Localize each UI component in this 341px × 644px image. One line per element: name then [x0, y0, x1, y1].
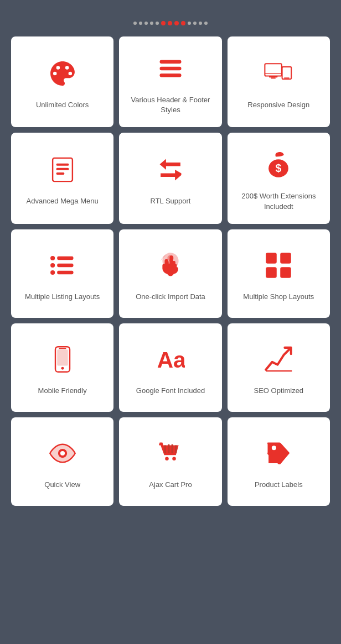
dots-indicator	[11, 21, 330, 25]
dot	[199, 22, 202, 25]
dot	[193, 22, 197, 25]
feature-card-advanced-mega-menu: Advanced Mega Menu	[11, 133, 113, 223]
feature-card-unlimited-colors: Unlimited Colors	[11, 36, 113, 127]
svg-text:$: $	[276, 162, 282, 174]
svg-rect-1	[159, 67, 181, 71]
feature-card-seo-optimized: SEO Optimized	[228, 323, 330, 412]
svg-rect-38	[168, 444, 169, 453]
svg-rect-16	[57, 256, 73, 260]
svg-rect-12	[56, 172, 64, 175]
feature-card-mobile-friendly: Mobile Friendly	[11, 323, 113, 412]
card-label-200-extensions: 200$ Worth Extensions Includedt	[234, 191, 323, 211]
card-label-product-labels: Product Labels	[255, 480, 303, 490]
palette-icon	[46, 57, 79, 90]
svg-point-15	[50, 256, 55, 260]
feature-card-200-extensions: $ 200$ Worth Extensions Includedt	[228, 133, 330, 223]
svg-rect-8	[284, 77, 290, 78]
dot	[188, 22, 191, 25]
dot	[161, 21, 166, 25]
svg-rect-22	[167, 261, 168, 267]
card-label-seo-optimized: SEO Optimized	[254, 386, 304, 396]
mobile-icon	[46, 343, 79, 376]
card-label-advanced-mega-menu: Advanced Mega Menu	[27, 196, 99, 206]
card-label-various-header-footer: Various Header & Footer Styles	[126, 95, 215, 115]
card-label-multiple-shop: Multiple Shop Layouts	[243, 292, 314, 302]
font-aa-icon: Aa	[154, 343, 187, 376]
dot	[156, 22, 159, 25]
feature-card-responsive-design: Responsive Design	[228, 36, 330, 127]
devices-icon	[262, 57, 295, 90]
page-header	[11, 21, 330, 25]
svg-rect-6	[271, 77, 276, 78]
svg-rect-27	[266, 267, 277, 278]
dot	[144, 22, 148, 25]
money-bag-icon: $	[262, 148, 295, 181]
menu-lines-icon	[154, 52, 187, 85]
features-grid: Unlimited Colors Various Header & Footer…	[11, 36, 330, 506]
svg-rect-0	[159, 60, 181, 64]
chart-up-icon	[262, 343, 295, 376]
price-tag-icon	[262, 437, 295, 470]
dot	[181, 21, 185, 25]
svg-point-19	[50, 270, 55, 275]
svg-rect-10	[56, 164, 69, 166]
svg-rect-23	[169, 259, 171, 267]
card-label-ajax-cart: Ajax Cart Pro	[149, 480, 192, 490]
dot	[139, 22, 142, 25]
feature-card-multiple-shop: Multiple Shop Layouts	[228, 229, 330, 318]
arrows-lr-icon	[154, 153, 187, 186]
card-label-multiple-listing: Multiple Listing Layouts	[25, 292, 100, 302]
svg-point-31	[61, 366, 64, 369]
cart-basket-icon	[154, 437, 187, 470]
svg-rect-26	[281, 253, 292, 264]
card-label-mobile-friendly: Mobile Friendly	[38, 386, 87, 396]
card-label-quick-view: Quick View	[44, 480, 80, 490]
svg-text:Aa: Aa	[157, 347, 185, 372]
svg-rect-37	[164, 445, 166, 453]
dot	[133, 22, 137, 25]
dot	[168, 21, 172, 25]
card-label-rtl-support: RTL Support	[150, 196, 190, 206]
svg-rect-25	[266, 253, 277, 264]
svg-rect-2	[159, 74, 181, 77]
dot	[150, 22, 153, 25]
svg-rect-40	[175, 445, 177, 453]
svg-rect-18	[57, 263, 73, 267]
hand-click-icon	[154, 249, 187, 282]
svg-rect-7	[282, 67, 292, 79]
feature-card-product-labels: Product Labels	[228, 417, 330, 506]
svg-point-42	[172, 457, 176, 460]
svg-rect-11	[56, 168, 69, 170]
svg-point-36	[60, 451, 65, 455]
svg-rect-20	[57, 270, 73, 274]
card-label-responsive-design: Responsive Design	[247, 100, 309, 110]
card-label-unlimited-colors: Unlimited Colors	[36, 100, 89, 110]
eye-icon	[46, 437, 79, 470]
svg-rect-28	[281, 267, 292, 278]
svg-rect-30	[57, 349, 68, 365]
feature-card-various-header-footer: Various Header & Footer Styles	[119, 36, 221, 127]
svg-point-41	[165, 457, 169, 460]
list-bullet-icon	[46, 249, 79, 282]
card-label-google-font: Google Font Included	[136, 386, 205, 396]
feature-card-quick-view: Quick View	[11, 417, 113, 506]
svg-point-17	[50, 263, 55, 268]
feature-card-multiple-listing: Multiple Listing Layouts	[11, 229, 113, 318]
svg-point-43	[272, 446, 276, 450]
dot	[174, 21, 179, 25]
feature-card-rtl-support: RTL Support	[119, 133, 221, 223]
svg-rect-39	[172, 444, 173, 453]
svg-rect-3	[265, 64, 282, 76]
feature-card-google-font: Aa Google Font Included	[119, 323, 221, 412]
svg-rect-24	[172, 261, 174, 267]
svg-rect-32	[59, 348, 66, 349]
svg-rect-5	[269, 76, 277, 78]
grid-four-icon	[262, 249, 295, 282]
card-label-one-click-import: One-click Import Data	[136, 292, 205, 302]
feature-card-ajax-cart: Ajax Cart Pro	[119, 417, 221, 506]
document-lines-icon	[46, 153, 79, 186]
feature-card-one-click-import: One-click Import Data	[119, 229, 221, 318]
dot	[204, 22, 208, 25]
